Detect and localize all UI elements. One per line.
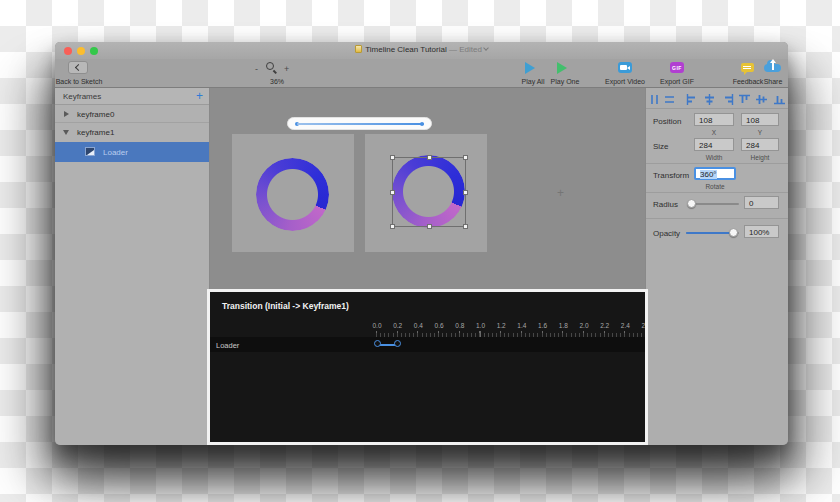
titlebar: Timeline Clean Tutorial — Edited [55, 42, 788, 59]
position-y-field[interactable]: 108 [741, 113, 779, 126]
rotate-value: 360° [700, 170, 717, 179]
opacity-slider-knob[interactable] [729, 228, 738, 237]
align-center-horizontal-icon[interactable] [704, 94, 715, 105]
camera-lens-icon [627, 66, 630, 70]
export-gif-icon[interactable]: GIF [670, 62, 684, 73]
size-label: Size [653, 142, 669, 151]
sidebar-item-loader-selected[interactable]: Loader [55, 142, 209, 162]
sidebar-item-keyframe0[interactable]: keyframe0 [55, 105, 209, 123]
chevron-down-icon[interactable] [483, 45, 489, 51]
ruler-tick-label: 1.4 [514, 322, 530, 329]
scrubber-track[interactable] [297, 123, 424, 125]
timeline-content: Transition (Initial -> Keyframe1) 0.0 0.… [210, 292, 645, 442]
transform-label: Transform [653, 171, 689, 180]
document-icon [355, 45, 362, 53]
ruler-tick-label: 2.4 [617, 322, 633, 329]
opacity-label: Opacity [653, 229, 680, 238]
timeline-loader-label: Loader [216, 341, 239, 350]
opacity-field[interactable]: 100% [744, 225, 779, 238]
align-right-icon[interactable] [723, 94, 734, 105]
zoom-level: 36% [259, 78, 295, 85]
distribute-horizontal-icon[interactable] [649, 94, 660, 105]
height-label: Height [741, 154, 779, 161]
artboard-keyframe1[interactable] [365, 134, 487, 252]
ruler-tick-label: 2.6 [638, 322, 645, 329]
align-top-icon[interactable] [739, 94, 750, 105]
resize-handle-e[interactable] [463, 190, 468, 195]
keyframe-marker[interactable] [374, 340, 381, 347]
add-keyframe-button[interactable]: + [196, 89, 203, 103]
scrubber-pill[interactable] [287, 117, 432, 130]
play-all-icon[interactable] [525, 62, 535, 74]
loader-ring-initial[interactable] [256, 158, 329, 231]
disclosure-collapsed-icon[interactable] [64, 111, 69, 117]
export-video-label[interactable]: Export Video [596, 78, 654, 85]
feedback-icon[interactable] [741, 63, 754, 72]
selection-box[interactable] [392, 157, 466, 227]
ruler-tick-label: 1.0 [473, 322, 489, 329]
chevron-left-icon [75, 64, 82, 71]
keyframes-sidebar: Keyframes + keyframe0 keyframe1 Loader [55, 88, 210, 445]
radius-field[interactable]: 0 [744, 196, 779, 209]
window-title: Timeline Clean Tutorial — Edited [55, 45, 788, 54]
x-label: X [694, 129, 734, 136]
artboard-initial[interactable] [232, 134, 354, 252]
divider [646, 218, 788, 219]
timeline-panel: Transition (Initial -> Keyframe1) 0.0 0.… [207, 289, 648, 445]
align-bottom-icon[interactable] [774, 94, 785, 105]
back-to-sketch-button[interactable] [68, 61, 88, 74]
zoom-in-button[interactable]: + [284, 64, 289, 74]
export-video-icon[interactable] [618, 62, 632, 73]
resize-handle-se[interactable] [463, 224, 468, 229]
ruler-tick-label: 0.2 [390, 322, 406, 329]
radius-slider-track[interactable] [690, 203, 739, 205]
size-height-field[interactable]: 284 [741, 138, 779, 151]
play-one-icon[interactable] [557, 62, 567, 74]
resize-handle-ne[interactable] [463, 155, 468, 160]
ruler-tick-label: 0.0 [369, 322, 385, 329]
toolbar: Back to Sketch - + 36% Play All Play One… [55, 59, 788, 88]
align-middle-icon[interactable] [756, 94, 767, 105]
ruler-tick-label: 0.4 [410, 322, 426, 329]
ruler-tick-label: 1.6 [535, 322, 551, 329]
play-one-label[interactable]: Play One [545, 78, 585, 85]
resize-handle-sw[interactable] [390, 224, 395, 229]
layer-thumbnail-icon [85, 147, 95, 156]
disclosure-expanded-icon[interactable] [63, 130, 69, 135]
export-gif-label[interactable]: Export GIF [650, 78, 704, 85]
add-artboard-button[interactable]: + [557, 186, 564, 200]
divider [646, 192, 788, 193]
radius-label: Radius [653, 200, 678, 209]
y-label: Y [741, 129, 779, 136]
transition-title: Transition (Initial -> Keyframe1) [222, 301, 349, 311]
resize-handle-s[interactable] [427, 224, 432, 229]
sidebar-item-keyframe1[interactable]: keyframe1 [55, 123, 209, 141]
position-x-field[interactable]: 108 [694, 113, 734, 126]
share-label[interactable]: Share [758, 78, 788, 85]
resize-handle-w[interactable] [390, 190, 395, 195]
inspector-panel: Position 108 108 X Y Size 284 284 Width … [645, 88, 788, 445]
document-title: Timeline Clean Tutorial [365, 45, 447, 54]
size-width-field[interactable]: 284 [694, 138, 734, 151]
share-icon[interactable] [764, 64, 781, 72]
radius-slider-knob[interactable] [687, 199, 696, 208]
scrubber-end-dot [420, 122, 424, 126]
keyframes-header: Keyframes + [55, 88, 209, 105]
camera-icon [620, 65, 627, 70]
divider [646, 108, 788, 109]
resize-handle-nw[interactable] [390, 155, 395, 160]
loader-layer-label: Loader [103, 148, 128, 157]
distribute-vertical-icon[interactable] [664, 94, 675, 105]
gif-badge: GIF [670, 65, 684, 71]
keyframes-title: Keyframes [63, 92, 101, 101]
timeline-row-loader[interactable]: Loader [210, 337, 645, 352]
zoom-out-button[interactable]: - [255, 64, 258, 74]
edited-badge: — Edited [449, 45, 482, 54]
ruler-tick-label: 0.8 [452, 322, 468, 329]
align-left-icon[interactable] [686, 94, 697, 105]
resize-handle-n[interactable] [427, 155, 432, 160]
keyframe-marker[interactable] [394, 340, 401, 347]
ruler-tick-label: 2.0 [576, 322, 592, 329]
transform-rotate-field[interactable]: 360° [694, 167, 736, 180]
position-label: Position [653, 117, 681, 126]
